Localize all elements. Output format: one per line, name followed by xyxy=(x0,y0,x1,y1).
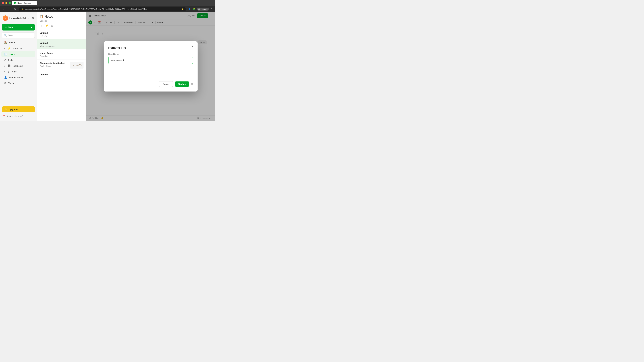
address-bar: ← → ↻ 🔒 evernote.com/client/web?_sourceP… xyxy=(0,6,215,12)
notes-list: 📋 Notes 13 notes ⇅ ⚡ ⊞ Untitled Just now… xyxy=(37,12,86,121)
note-item[interactable]: Untitled xyxy=(37,71,86,79)
notebooks-arrow: ▶ xyxy=(4,65,5,67)
note-title: Untitled xyxy=(40,73,84,76)
home-icon: 🏠 xyxy=(4,41,7,44)
sidebar-item-trash[interactable]: 🗑 Trash xyxy=(1,80,36,86)
search-label: Search xyxy=(8,34,15,36)
notes-label: Notes xyxy=(9,53,14,55)
note-title: Untitled xyxy=(40,42,84,44)
back-btn[interactable]: ← xyxy=(2,7,6,11)
note-title: List of Can... xyxy=(40,52,84,54)
tasks-label: Tasks xyxy=(8,59,14,61)
modal-spacer xyxy=(108,68,193,81)
profile-icon[interactable]: 👤 xyxy=(188,8,191,10)
upgrade-label: Upgrade xyxy=(9,108,18,111)
notebooks-label: Notebooks xyxy=(12,65,23,67)
upgrade-button[interactable]: 🪙 Upgrade xyxy=(2,106,35,112)
cursor-indicator xyxy=(191,83,193,85)
new-button[interactable]: ＋ New ▾ xyxy=(2,24,35,30)
help-label: Need a little help? xyxy=(6,115,23,117)
notes-title-icon: 📋 xyxy=(40,15,43,18)
notes-header: 📋 Notes 13 notes ⇅ ⚡ ⊞ xyxy=(37,12,86,29)
browser-tabs: E Notes - Evernote ✕ + xyxy=(12,1,213,5)
tasks-icon: ✓ xyxy=(4,58,6,61)
user-dropdown-icon[interactable]: ▾ xyxy=(28,17,29,19)
note-item[interactable]: Signature-to be attached Feb 1 @sam xyxy=(37,59,86,71)
modal-actions: Cancel Update xyxy=(108,81,193,87)
trash-icon: 🗑 xyxy=(4,82,6,85)
note-item[interactable]: Untitled Just now xyxy=(37,29,86,39)
extensions-icon[interactable]: 🧩 xyxy=(192,8,195,10)
plus-icon: ＋ xyxy=(5,26,7,29)
avatar: L xyxy=(3,15,8,21)
sort-btn[interactable]: ⇅ xyxy=(40,23,43,28)
home-label: Home xyxy=(9,41,15,44)
settings-icon[interactable]: ⚙ xyxy=(32,16,34,20)
shortcuts-icon: ⭐ xyxy=(8,47,11,50)
notes-icon: 📄 xyxy=(4,53,7,56)
incognito-badge: 🕶 Incognito xyxy=(197,8,209,10)
shared-label: Shared with Me xyxy=(9,76,24,79)
notes-section-title: 📋 Notes xyxy=(40,15,84,18)
user-name: Lauren Dale Deli xyxy=(10,17,26,19)
help-item[interactable]: ❓ Need a little help? xyxy=(0,114,37,119)
update-btn[interactable]: Update xyxy=(175,81,189,87)
notes-toolbar: ⇅ ⚡ ⊞ xyxy=(40,23,84,28)
new-name-input[interactable] xyxy=(108,57,193,64)
shared-icon: 👤 xyxy=(4,76,7,79)
trash-label: Trash xyxy=(8,82,14,84)
search-icon: 🔍 xyxy=(4,34,7,36)
help-icon: ❓ xyxy=(3,115,5,117)
modal-overlay: Rename File ✕ New Name Cancel Update xyxy=(86,12,215,121)
sidebar-spacer xyxy=(0,86,37,105)
notes-count: 13 notes xyxy=(40,20,84,22)
new-tab-btn[interactable]: + xyxy=(38,1,41,4)
modal-close-btn[interactable]: ✕ xyxy=(190,44,195,49)
note-item[interactable]: Untitled a few minutes ago xyxy=(37,39,86,49)
window-controls xyxy=(2,2,11,4)
refresh-btn[interactable]: ↻ xyxy=(14,7,17,11)
shortcuts-label: Shortcuts xyxy=(12,47,22,50)
address-actions: 👤 🧩 🕶 Incognito ⋮ xyxy=(188,8,213,10)
user-info: L Lauren Dale Deli ▾ xyxy=(3,15,29,21)
tags-arrow: ▶ xyxy=(4,71,5,72)
minimize-window-btn[interactable] xyxy=(5,2,8,4)
sidebar-item-tasks[interactable]: ✓ Tasks xyxy=(1,57,36,63)
shortcuts-arrow: ▶ xyxy=(4,47,5,49)
note-meta: Feb 1 @sam xyxy=(40,65,69,67)
cancel-btn[interactable]: Cancel xyxy=(159,81,173,87)
app-layout: L Lauren Dale Deli ▾ ⚙ ＋ New ▾ 🔍 Home Se… xyxy=(0,12,215,121)
sidebar-item-notebooks[interactable]: ▶ 📓 Notebooks xyxy=(1,63,36,69)
browser-chrome: E Notes - Evernote ✕ + xyxy=(0,0,215,6)
tab-close-btn[interactable]: ✕ xyxy=(32,2,35,4)
url-bar[interactable]: 🔒 evernote.com/client/web?_sourcePage=ze… xyxy=(19,7,186,11)
close-window-btn[interactable] xyxy=(2,2,4,4)
sidebar: L Lauren Dale Deli ▾ ⚙ ＋ New ▾ 🔍 Home Se… xyxy=(0,12,37,121)
tab-title: Notes - Evernote xyxy=(18,2,31,4)
sidebar-item-notes[interactable]: 📄 Notes xyxy=(1,51,36,57)
modal-label: New Name xyxy=(108,53,193,55)
rename-file-modal: Rename File ✕ New Name Cancel Update xyxy=(104,41,198,91)
note-meta: Yesterday xyxy=(40,55,84,57)
menu-icon[interactable]: ⋮ xyxy=(210,8,213,10)
upgrade-icon: 🪙 xyxy=(5,108,8,111)
new-btn-left: ＋ New xyxy=(5,26,13,29)
maximize-window-btn[interactable] xyxy=(9,2,11,4)
search-button[interactable]: 🔍 Home Search xyxy=(2,32,35,38)
active-tab[interactable]: E Notes - Evernote ✕ xyxy=(12,1,37,5)
note-meta: a few minutes ago xyxy=(40,45,84,47)
sidebar-item-shortcuts[interactable]: ▶ ⭐ Shortcuts xyxy=(1,45,36,51)
filter-btn[interactable]: ⚡ xyxy=(44,23,49,28)
forward-btn[interactable]: → xyxy=(8,7,12,11)
modal-title: Rename File xyxy=(108,46,193,50)
url-text: evernote.com/client/web?_sourcePage=ze9b… xyxy=(25,8,180,10)
editor-area: 📓 First Notebook Only you Share ··· ＋ ○ … xyxy=(86,12,215,121)
sidebar-nav: 🏠 Home ▶ ⭐ Shortcuts 📄 Notes ✓ Tasks ▶ 📓… xyxy=(0,39,37,86)
view-btn[interactable]: ⊞ xyxy=(50,23,54,28)
note-meta: Just now xyxy=(40,35,84,37)
sidebar-item-home[interactable]: 🏠 Home xyxy=(1,39,36,45)
sidebar-item-tags[interactable]: ▶ 🏷 Tags xyxy=(1,69,36,74)
tags-label: Tags xyxy=(12,70,16,73)
note-item[interactable]: List of Can... Yesterday xyxy=(37,49,86,59)
sidebar-item-shared[interactable]: 👤 Shared with Me xyxy=(1,75,36,80)
